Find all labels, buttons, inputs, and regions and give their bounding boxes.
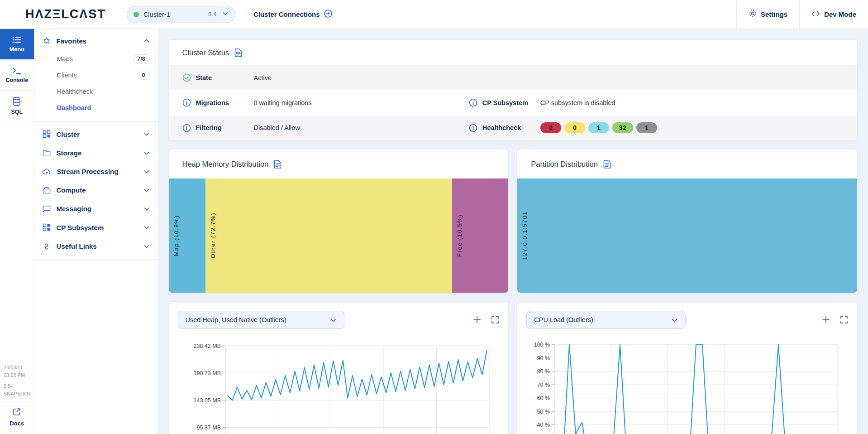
- chevron-down-icon: [330, 317, 337, 323]
- state-value: Active: [254, 74, 272, 82]
- maps-label: Maps: [57, 55, 73, 63]
- cluster-connections-label: Cluster Connections: [253, 10, 320, 18]
- sidebar-item-maps[interactable]: Maps 7/8: [34, 51, 158, 67]
- sidebar-section-messaging[interactable]: Messaging: [34, 199, 158, 218]
- chevron-down-icon: [143, 243, 150, 250]
- dashboard-label: Dashboard: [57, 104, 91, 111]
- partition-title: Partition Distribution: [531, 160, 598, 169]
- heap-segment-map[interactable]: Map (10.8%): [169, 178, 205, 293]
- healthcheck-badges: 0 0 1 32 1: [540, 122, 657, 133]
- healthcheck-label: Healthcheck: [57, 88, 93, 95]
- partition-panel: Partition Distribution 127.0.0.1:5701: [517, 149, 858, 293]
- sidebar-item-clients[interactable]: Clients 0: [34, 67, 158, 83]
- main-content: Cluster Status State Active: [158, 29, 868, 434]
- cluster-section-label: Cluster: [57, 130, 80, 138]
- cluster-status-dot: [134, 12, 139, 17]
- cp-subsystem-label: CP Subsystem: [482, 99, 540, 106]
- info-icon[interactable]: [182, 98, 196, 107]
- chevron-down-icon: [143, 206, 150, 212]
- healthcheck-badge-red[interactable]: 0: [540, 122, 561, 133]
- heap-memory-title: Heap Memory Distribution: [182, 160, 269, 169]
- healthcheck-badge-green[interactable]: 32: [612, 122, 633, 133]
- svg-text:70 %: 70 %: [537, 382, 550, 388]
- heap-segment-other[interactable]: Other (72.7%): [205, 178, 453, 293]
- status-row-migrations: Migrations 0 waiting migrations CP Subsy…: [169, 90, 858, 115]
- sidebar-section-cluster[interactable]: Cluster: [34, 125, 158, 144]
- compute-section-label: Compute: [57, 186, 86, 194]
- svg-text:60 %: 60 %: [537, 395, 550, 401]
- info-icon[interactable]: [469, 124, 482, 132]
- document-icon[interactable]: [274, 160, 281, 169]
- used-heap-chart-panel: Used Heap, Used Native (Outliers) 238.42…: [168, 301, 509, 434]
- database-icon: [13, 97, 21, 106]
- hazelcast-logo[interactable]: HΛZΞLCΛST: [25, 7, 106, 21]
- info-icon[interactable]: [469, 98, 482, 107]
- add-chart-icon[interactable]: [473, 316, 481, 324]
- metric-select-right-value: CPU Load (Outliers): [534, 316, 593, 323]
- metric-select-right[interactable]: CPU Load (Outliers): [526, 311, 686, 329]
- cluster-selector[interactable]: Cluster-1 5.4: [127, 6, 235, 23]
- fullscreen-icon[interactable]: [840, 316, 848, 324]
- svg-text:238.42 MB: 238.42 MB: [193, 343, 220, 349]
- cluster-connections-button[interactable]: Cluster Connections: [253, 10, 332, 19]
- rail-menu-button[interactable]: Menu: [0, 29, 34, 60]
- docs-label: Docs: [10, 420, 24, 427]
- code-icon: [811, 10, 820, 19]
- healthcheck-badge-yellow[interactable]: 0: [564, 122, 585, 133]
- sidebar-section-storage[interactable]: Storage: [34, 144, 158, 162]
- plus-circle-icon: [324, 10, 332, 19]
- document-icon[interactable]: [603, 160, 611, 169]
- migrations-label: Migrations: [196, 99, 254, 106]
- status-row-state: State Active: [169, 65, 858, 90]
- rail-sql-button[interactable]: SQL: [0, 91, 34, 121]
- chevron-down-icon: [143, 187, 150, 193]
- rail-console-button[interactable]: Console: [0, 60, 34, 91]
- partition-segment-member[interactable]: 127.0.0.1:5701: [517, 178, 857, 293]
- document-icon[interactable]: [234, 48, 242, 57]
- snapshot-date: 24/03/11: [4, 364, 31, 371]
- used-heap-chart: 238.42 MB190.73 MB143.05 MB95.37 MB47.68…: [178, 333, 502, 434]
- gear-icon: [749, 10, 757, 19]
- chevron-down-icon: [143, 150, 150, 156]
- chevron-down-icon: [143, 169, 150, 175]
- rail-console-label: Console: [6, 77, 28, 83]
- sidebar-section-useful-links[interactable]: Useful Links: [34, 237, 158, 256]
- heap-segment-free[interactable]: Free (16.5%): [452, 178, 508, 293]
- grid-icon: [43, 130, 51, 138]
- cp-subsystem-section-label: CP Subsystem: [57, 224, 104, 231]
- cloud-stream-icon: [43, 168, 51, 175]
- cluster-status-panel: Cluster Status State Active: [168, 39, 858, 141]
- add-chart-icon[interactable]: [822, 316, 830, 324]
- sidebar-item-dashboard[interactable]: Dashboard: [34, 100, 158, 116]
- settings-button[interactable]: Settings: [736, 0, 799, 29]
- sidebar-section-favorites[interactable]: Favorites: [34, 31, 158, 51]
- partition-distribution-bar: 127.0.0.1:5701: [517, 178, 857, 293]
- maps-count-badge: 7/8: [133, 54, 150, 63]
- healthcheck-badge-cyan[interactable]: 1: [588, 122, 609, 133]
- docs-link[interactable]: Docs: [0, 401, 34, 434]
- sidebar-item-healthcheck[interactable]: Healthcheck: [34, 83, 158, 100]
- mc-version: 5.5-SNAPSHOT: [4, 382, 31, 397]
- check-circle-icon: [182, 73, 196, 82]
- star-icon: [43, 37, 51, 45]
- svg-text:95.37 MB: 95.37 MB: [196, 424, 221, 431]
- chevron-down-icon: [143, 224, 150, 231]
- filtering-label: Filtering: [196, 124, 254, 131]
- favorites-label: Favorites: [57, 37, 87, 45]
- migrations-value: 0 waiting migrations: [254, 99, 312, 106]
- sidebar-section-stream-processing[interactable]: Stream Processing: [34, 162, 158, 181]
- sidebar-section-cp-subsystem[interactable]: CP Subsystem: [34, 218, 158, 237]
- sidebar-section-compute[interactable]: Compute: [34, 181, 158, 199]
- svg-text:90 %: 90 %: [537, 355, 550, 362]
- fullscreen-icon[interactable]: [491, 316, 499, 324]
- settings-label: Settings: [761, 10, 787, 18]
- partition-segment-member-label: 127.0.0.1:5701: [521, 211, 528, 260]
- info-icon[interactable]: [182, 124, 196, 132]
- heap-segment-other-label: Other (72.7%): [210, 212, 216, 258]
- cluster-status-title: Cluster Status: [182, 48, 229, 57]
- dev-mode-button[interactable]: Dev Mode: [799, 0, 868, 29]
- metric-select-left[interactable]: Used Heap, Used Native (Outliers): [178, 311, 344, 329]
- app-root: HΛZΞLCΛST Cluster-1 5.4 Cluster Connecti…: [0, 0, 868, 434]
- healthcheck-badge-gray[interactable]: 1: [636, 122, 657, 133]
- menu-list-icon: [12, 36, 21, 43]
